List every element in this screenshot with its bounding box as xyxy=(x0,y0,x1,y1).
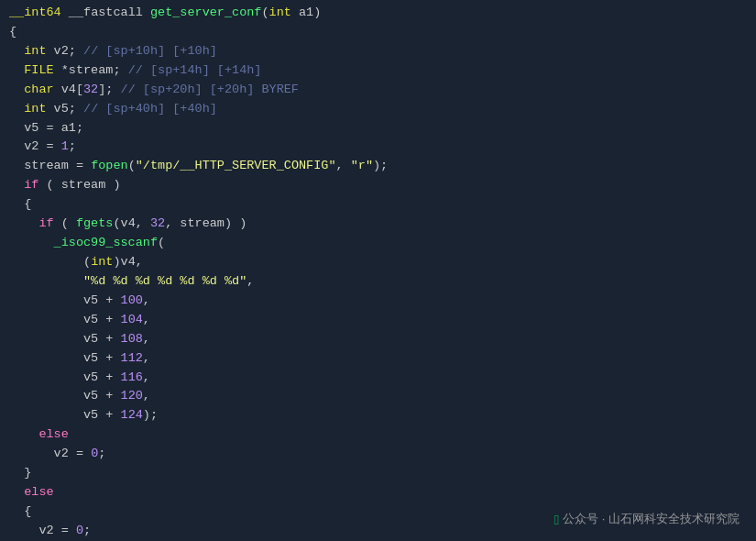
code-token: v5 + xyxy=(9,408,121,422)
table-row: v5 + 124); xyxy=(9,406,747,425)
code-token: int xyxy=(91,255,113,269)
code-token: , stream) ) xyxy=(165,216,247,230)
code-token: v2 = xyxy=(9,524,76,537)
code-block: __int64 __fastcall get_server_conf(int a… xyxy=(9,4,747,541)
code-token: 32 xyxy=(150,216,165,230)
code-token: 104 xyxy=(121,313,143,326)
code-token: "/tmp/__HTTP_SERVER_CONFIG" xyxy=(136,159,336,172)
table-row: "%d %d %d %d %d %d %d", xyxy=(9,272,747,292)
watermark:  公众号 · 山石网科安全技术研究院 xyxy=(554,509,740,530)
code-token: ; xyxy=(83,524,91,537)
code-token: ); xyxy=(143,408,158,422)
table-row: v5 + 112, xyxy=(9,349,747,369)
code-token: ( xyxy=(54,216,76,230)
code-token: ( xyxy=(128,159,136,172)
code-token: ; xyxy=(69,139,76,153)
table-row: v2 = 0; xyxy=(9,445,747,464)
code-token: else xyxy=(9,485,54,499)
code-token: v5 + xyxy=(9,370,121,384)
code-token: v2 = xyxy=(9,139,61,153)
code-token: { xyxy=(9,197,31,211)
code-token: } xyxy=(9,466,31,480)
code-token xyxy=(9,83,24,96)
code-token: , xyxy=(143,293,150,307)
code-token: // [sp+40h] [+40h] xyxy=(83,102,217,116)
table-row: v2 = 1; xyxy=(9,138,747,157)
code-token: else xyxy=(9,427,69,441)
code-token xyxy=(61,6,69,19)
code-token: // [sp+10h] [+10h] xyxy=(83,44,217,58)
table-row: v5 + 100, xyxy=(9,292,747,311)
table-row: _isoc99_sscanf( xyxy=(9,234,747,253)
code-token: , xyxy=(143,370,150,384)
code-token: , xyxy=(336,159,351,172)
watermark-text: 公众号 · 山石网科安全技术研究院 xyxy=(563,510,740,528)
code-token: , xyxy=(143,351,150,365)
table-row: if ( fgets(v4, 32, stream) ) xyxy=(9,215,747,234)
code-token: ( stream ) xyxy=(38,178,120,192)
table-row: __int64 __fastcall get_server_conf(int a… xyxy=(9,4,747,23)
code-token: v5 + xyxy=(9,332,121,346)
code-token: , xyxy=(143,332,150,346)
table-row: int v5; // [sp+40h] [+40h] xyxy=(9,100,747,119)
table-row: v5 + 104, xyxy=(9,311,747,330)
code-token: stream = xyxy=(9,159,91,172)
code-token: 120 xyxy=(121,389,143,403)
code-token: 0 xyxy=(76,524,83,537)
code-token: v5 + xyxy=(9,351,121,365)
code-token xyxy=(9,63,24,77)
code-token: int xyxy=(24,102,46,116)
code-token xyxy=(9,236,54,249)
code-token: a1) xyxy=(291,6,321,19)
code-token: 32 xyxy=(83,83,98,96)
code-token: _isoc99_sscanf xyxy=(54,236,158,249)
table-row: else xyxy=(9,483,747,502)
table-row: else xyxy=(9,425,747,445)
code-token: v5 + xyxy=(9,389,121,403)
table-row: if ( stream ) xyxy=(9,176,747,195)
code-token: 100 xyxy=(121,293,143,307)
code-token: if xyxy=(9,216,54,230)
code-token: int xyxy=(269,6,291,19)
table-row: v5 + 116, xyxy=(9,369,747,388)
code-token: v5 = a1; xyxy=(9,121,83,135)
code-token: "r" xyxy=(351,159,373,172)
code-token: v4[ xyxy=(54,83,83,96)
code-token: 112 xyxy=(121,351,143,365)
code-token: ; xyxy=(98,447,105,460)
code-token: __fastcall xyxy=(69,6,143,19)
table-row: char v4[32]; // [sp+20h] [+20h] BYREF xyxy=(9,81,747,100)
code-token xyxy=(9,274,83,288)
table-row: FILE *stream; // [sp+14h] [+14h] xyxy=(9,61,747,81)
code-token: ( xyxy=(158,236,165,249)
code-token: v2; xyxy=(47,44,84,58)
code-token: 1 xyxy=(61,139,69,153)
table-row: v5 = a1; xyxy=(9,119,747,138)
code-token: )v4, xyxy=(113,255,142,269)
wechat-icon:  xyxy=(554,509,559,530)
table-row: v5 + 108, xyxy=(9,330,747,349)
code-token: "%d %d %d %d %d %d %d" xyxy=(83,274,247,288)
code-token: v5 + xyxy=(9,313,121,326)
code-token xyxy=(143,6,150,19)
code-token: { xyxy=(9,504,31,518)
code-token: __int64 xyxy=(9,6,61,19)
table-row: (int)v4, xyxy=(9,253,747,272)
code-token: ( xyxy=(261,6,268,19)
code-token: v5; xyxy=(47,102,84,116)
table-row: v5 + 120, xyxy=(9,387,747,406)
code-token: v5 + xyxy=(9,293,121,307)
code-token: { xyxy=(9,25,16,39)
code-token: fopen xyxy=(91,159,128,172)
table-row: int v2; // [sp+10h] [+10h] xyxy=(9,42,747,61)
code-token: , xyxy=(143,313,150,326)
code-container: __int64 __fastcall get_server_conf(int a… xyxy=(0,0,756,541)
code-token: v2 = xyxy=(9,447,91,460)
code-token: 108 xyxy=(121,332,143,346)
table-row: { xyxy=(9,195,747,215)
code-token: ); xyxy=(373,159,388,172)
code-token: if xyxy=(9,178,38,192)
code-token: // [sp+20h] [+20h] BYREF xyxy=(121,83,299,96)
code-token: , xyxy=(143,389,150,403)
code-token: (v4, xyxy=(113,216,150,230)
